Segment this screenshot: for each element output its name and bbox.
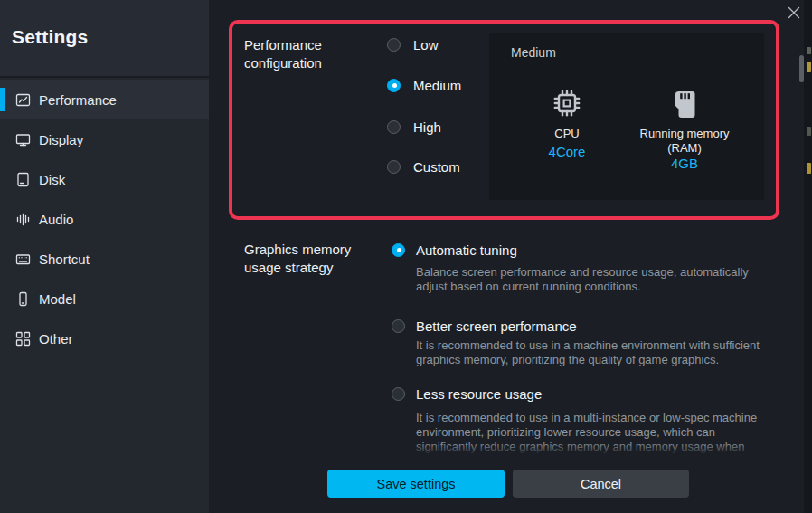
ram-spec: Running memory (RAM) 4GB xyxy=(621,85,748,171)
radio-option-automatic-tuning[interactable]: Automatic tuning xyxy=(392,241,517,259)
sidebar-item-shortcut[interactable]: Shortcut xyxy=(0,239,209,279)
memory-card-icon xyxy=(621,85,748,119)
sidebar-item-model[interactable]: Model xyxy=(0,279,209,318)
graphics-strategy-label: Graphics memory usage strategy xyxy=(244,241,351,277)
performance-config-label: Performance configuration xyxy=(244,36,322,72)
radio-button[interactable] xyxy=(392,387,405,401)
sidebar-menu: Performance Display Disk Audio xyxy=(0,80,209,358)
option-description: It is recommended to use in a machine en… xyxy=(416,338,781,367)
ram-label: Running memory (RAM) xyxy=(621,127,748,156)
sidebar-item-other[interactable]: Other xyxy=(0,318,209,358)
background-window-edge xyxy=(804,0,812,513)
cpu-icon xyxy=(522,85,612,119)
close-icon xyxy=(788,6,800,19)
sidebar-item-label: Other xyxy=(39,331,73,347)
cancel-button[interactable]: Cancel xyxy=(513,470,689,498)
sidebar-item-disk[interactable]: Disk xyxy=(0,159,209,199)
radio-option-better-screen-performance[interactable]: Better screen performance xyxy=(392,317,577,335)
radio-button-selected[interactable] xyxy=(387,79,401,92)
scrollbar-thumb[interactable] xyxy=(799,55,804,82)
sidebar-header: Settings xyxy=(0,0,209,78)
radio-option-medium[interactable]: Medium xyxy=(387,76,461,94)
sidebar-item-label: Shortcut xyxy=(39,252,90,267)
window-title: Settings xyxy=(12,26,88,48)
sidebar-item-label: Display xyxy=(39,132,83,147)
sidebar-item-label: Model xyxy=(39,291,76,307)
clipped-background-content xyxy=(807,127,811,136)
performance-preview-panel: Medium CPU 4Core xyxy=(489,33,764,200)
content-clip-mask xyxy=(215,454,796,513)
sidebar-item-label: Performance xyxy=(39,92,117,108)
sidebar-item-performance[interactable]: Performance xyxy=(0,80,209,119)
sidebar-item-label: Audio xyxy=(39,212,73,227)
radio-button[interactable] xyxy=(387,160,401,174)
radio-button[interactable] xyxy=(387,38,401,52)
sidebar: Settings Performance Display Disk xyxy=(0,0,209,513)
radio-button[interactable] xyxy=(387,120,401,134)
keyboard-icon xyxy=(15,252,31,267)
sidebar-item-label: Disk xyxy=(39,172,65,187)
content-fade xyxy=(215,442,796,455)
sidebar-item-display[interactable]: Display xyxy=(0,119,209,159)
clipped-background-content xyxy=(807,62,811,72)
audio-icon xyxy=(15,212,31,227)
sidebar-item-audio[interactable]: Audio xyxy=(0,199,209,239)
radio-button[interactable] xyxy=(392,319,405,333)
clipped-background-content xyxy=(807,163,811,174)
radio-button-selected[interactable] xyxy=(392,243,405,257)
save-settings-button[interactable]: Save settings xyxy=(327,470,505,498)
option-description: Balance screen performance and resource … xyxy=(416,265,781,294)
settings-window: Settings Performance Display Disk xyxy=(0,0,812,513)
preview-title: Medium xyxy=(511,45,556,60)
grid-icon xyxy=(15,331,31,347)
clipped-background-content xyxy=(807,47,811,54)
radio-option-less-resource-usage[interactable]: Less resource usage xyxy=(392,385,542,403)
display-icon xyxy=(15,132,31,147)
radio-option-custom[interactable]: Custom xyxy=(387,157,460,176)
radio-option-low[interactable]: Low xyxy=(387,35,439,53)
performance-chart-icon xyxy=(15,92,31,108)
close-button[interactable] xyxy=(783,3,805,23)
cpu-value: 4Core xyxy=(522,144,612,159)
radio-option-high[interactable]: High xyxy=(387,118,441,136)
ram-value: 4GB xyxy=(621,156,748,171)
cpu-spec: CPU 4Core xyxy=(522,85,612,159)
active-indicator-bar xyxy=(0,88,5,111)
disk-icon xyxy=(15,172,31,187)
phone-icon xyxy=(15,291,31,307)
cpu-label: CPU xyxy=(522,127,612,141)
